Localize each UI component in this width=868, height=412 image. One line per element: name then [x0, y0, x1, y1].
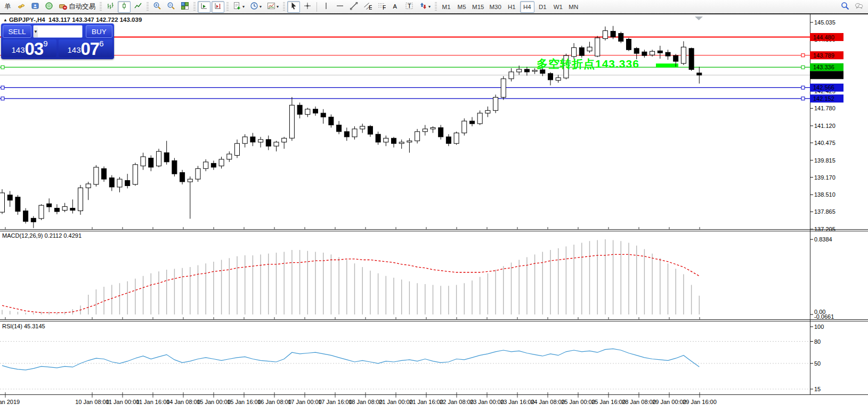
- buy-price-pip: 6: [99, 40, 103, 47]
- svg-text:16 Jan 08:00: 16 Jan 08:00: [257, 399, 291, 405]
- macd-signal-line: [2, 254, 699, 312]
- timeframe-m5[interactable]: M5: [455, 1, 469, 13]
- community-button[interactable]: [29, 1, 42, 13]
- horizontal-line-icon: [336, 2, 344, 12]
- line-chart-button[interactable]: [132, 1, 144, 13]
- svg-text:21 Jan 16:00: 21 Jan 16:00: [409, 399, 443, 405]
- timeframe-m15[interactable]: M15: [470, 1, 486, 13]
- text-tool-icon: A: [391, 2, 400, 12]
- svg-text:23 Jan 16:00: 23 Jan 16:00: [500, 399, 534, 405]
- zoom-in-button[interactable]: [151, 1, 164, 13]
- volume-input[interactable]: [38, 26, 83, 37]
- svg-text:15: 15: [814, 386, 821, 392]
- chart-shift-icon: [214, 2, 222, 12]
- arrows-tool-button[interactable]: ▾: [417, 1, 433, 13]
- timeframe-m1[interactable]: M1: [439, 1, 453, 13]
- svg-text:80: 80: [814, 338, 821, 345]
- market-watch-button[interactable]: [15, 1, 28, 13]
- search-button[interactable]: [839, 1, 851, 13]
- timeframe-d1[interactable]: D1: [536, 1, 550, 13]
- svg-text:24 Jan 08:00: 24 Jan 08:00: [531, 399, 565, 405]
- chart-annotation-text[interactable]: 多空转折点143.336: [537, 56, 639, 71]
- svg-text:22 Jan 08:00: 22 Jan 08:00: [440, 399, 474, 405]
- sell-button[interactable]: SELL: [3, 25, 31, 38]
- buy-price-display[interactable]: 143076: [59, 39, 112, 57]
- scroll-end-marker-icon: [695, 17, 703, 20]
- chat-button[interactable]: [853, 1, 865, 13]
- periods-button[interactable]: ▾: [248, 1, 264, 13]
- green-highlight-segment: [656, 63, 678, 67]
- text-tool-button[interactable]: A: [389, 1, 402, 13]
- svg-text:143.789: 143.789: [813, 52, 834, 59]
- cursor-button[interactable]: [287, 1, 300, 13]
- auto-trading-label: 自动交易: [69, 2, 95, 11]
- mt4-window: 单 自动交易 ▾ ▾ ▾ E F A T ▾ M1M: [0, 0, 868, 412]
- indicators-icon: [233, 2, 241, 12]
- fibonacci-button[interactable]: F: [375, 1, 388, 13]
- timeframe-mn[interactable]: MN: [566, 1, 581, 13]
- timeframe-m30[interactable]: M30: [487, 1, 503, 13]
- sell-price-prefix: 143: [11, 43, 25, 57]
- equidistant-channel-button[interactable]: E: [361, 1, 374, 13]
- tile-windows-button[interactable]: [179, 1, 191, 13]
- new-order-button[interactable]: 单: [2, 1, 14, 13]
- svg-text:14 Jan 08:00: 14 Jan 08:00: [166, 399, 200, 405]
- toolbar-grip: [283, 2, 285, 12]
- macd-panel: MACD(12,26,9) 0.2112 0.42910.83840.00-0.…: [2, 232, 834, 320]
- toolbar-grip: [100, 2, 102, 12]
- svg-text:145.035: 145.035: [814, 19, 835, 26]
- horizontal-level-lines: [0, 37, 810, 99]
- crosshair-button[interactable]: [301, 1, 314, 13]
- trendline-icon: [350, 2, 358, 12]
- svg-text:143.039: 143.039: [813, 72, 834, 78]
- svg-text:11 Jan 00:00: 11 Jan 00:00: [106, 399, 140, 405]
- timeframe-h1[interactable]: H1: [505, 1, 519, 13]
- main-toolbar: 单 自动交易 ▾ ▾ ▾ E F A T ▾ M1M: [0, 0, 868, 14]
- arrows-tool-icon: [419, 2, 427, 12]
- collapse-arrow-icon: ▲: [3, 18, 7, 22]
- chart-canvas[interactable]: 145.035144.390143.745143.100142.425141.7…: [0, 14, 868, 412]
- equidistant-channel-icon: E: [363, 2, 372, 12]
- svg-text:137.205: 137.205: [814, 226, 835, 232]
- trendline-button[interactable]: [347, 1, 360, 13]
- svg-text:143.336: 143.336: [813, 64, 834, 70]
- bar-chart-button[interactable]: [104, 1, 117, 13]
- price-axis: 145.035144.390143.745143.100142.425141.7…: [810, 19, 835, 232]
- monitor-person-icon: [31, 2, 39, 12]
- tile-windows-icon: [181, 2, 189, 12]
- templates-button[interactable]: ▾: [265, 1, 281, 13]
- zoom-out-button[interactable]: [165, 1, 177, 13]
- svg-text:F: F: [383, 4, 386, 10]
- volume-decrease-button[interactable]: ▼: [34, 26, 38, 37]
- sell-price-display[interactable]: 143039: [3, 39, 56, 57]
- signals-button[interactable]: [43, 1, 55, 13]
- svg-text:29 Jan 00:00: 29 Jan 00:00: [652, 399, 686, 405]
- symbol-header[interactable]: ▲GBPJPY-,H4 143.117 143.347 142.722 143.…: [3, 17, 142, 23]
- timeframe-w1[interactable]: W1: [551, 1, 565, 13]
- auto-scroll-button[interactable]: [198, 1, 210, 13]
- clock-icon: [250, 2, 258, 12]
- svg-text:142.566: 142.566: [813, 84, 834, 91]
- auto-trading-button[interactable]: 自动交易: [56, 1, 98, 13]
- toolbar-grip: [147, 2, 149, 12]
- vertical-line-button[interactable]: [320, 1, 332, 13]
- rsi-panel: RSI(14) 45.3145100805015: [0, 323, 824, 392]
- svg-text:28 Jan 08:00: 28 Jan 08:00: [622, 399, 656, 405]
- horizontal-line-button[interactable]: [334, 1, 346, 13]
- buy-price-big: 07: [80, 41, 99, 57]
- indicators-button[interactable]: ▾: [231, 1, 247, 13]
- cursor-icon: [289, 2, 298, 12]
- chart-shift-button[interactable]: [212, 1, 224, 13]
- candlestick-chart-button[interactable]: [118, 1, 131, 13]
- toolbar-grip: [193, 2, 196, 12]
- svg-text:139.170: 139.170: [814, 174, 835, 181]
- dropdown-caret: ▾: [242, 4, 245, 9]
- timeframe-h4[interactable]: H4: [520, 1, 534, 13]
- svg-text:25 Jan 16:00: 25 Jan 16:00: [591, 399, 626, 405]
- text-label-button[interactable]: T: [403, 1, 416, 13]
- svg-text:RSI(14) 45.3145: RSI(14) 45.3145: [2, 323, 45, 329]
- gold-bars-icon: [17, 2, 26, 12]
- buy-button[interactable]: BUY: [86, 25, 112, 38]
- svg-text:15 Jan 00:00: 15 Jan 00:00: [197, 399, 231, 405]
- template-icon: [267, 2, 275, 12]
